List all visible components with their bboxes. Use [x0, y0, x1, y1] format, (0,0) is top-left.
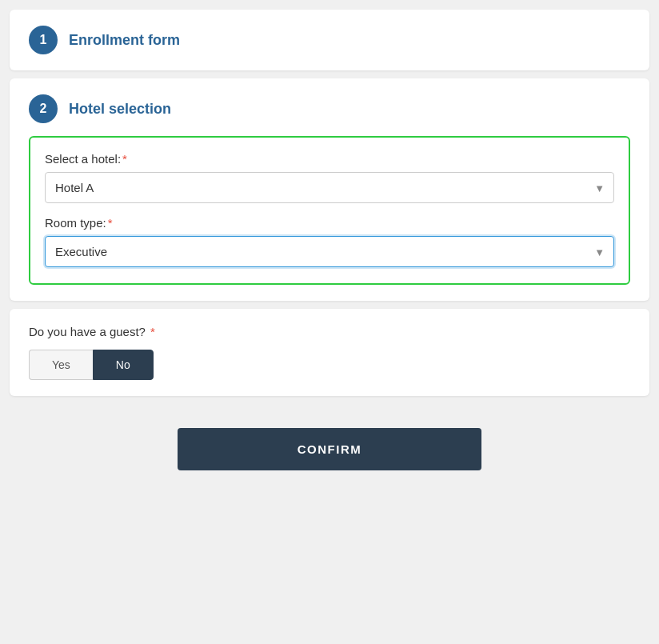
- room-select-wrapper: Executive Standard Suite Deluxe ▼: [45, 236, 614, 267]
- step2-header: 2 Hotel selection: [29, 94, 630, 123]
- step2-title: Hotel selection: [69, 101, 171, 118]
- guest-toggle-group: Yes No: [29, 350, 630, 380]
- hotel-select-wrapper: Hotel A Hotel B Hotel C ▼: [45, 172, 614, 203]
- hotel-field-label: Select a hotel:*: [45, 152, 614, 166]
- guest-yes-button[interactable]: Yes: [29, 350, 93, 380]
- guest-required-star: *: [150, 325, 155, 338]
- step2-card: 2 Hotel selection Select a hotel:* Hotel…: [10, 78, 649, 301]
- guest-no-button[interactable]: No: [93, 350, 154, 380]
- hotel-select[interactable]: Hotel A Hotel B Hotel C: [45, 172, 614, 203]
- room-type-select[interactable]: Executive Standard Suite Deluxe: [45, 236, 614, 267]
- room-required-star: *: [108, 216, 113, 230]
- step1-header: 1 Enrollment form: [29, 26, 630, 54]
- modal-container: 1 Enrollment form 2 Hotel selection Sele…: [0, 0, 659, 644]
- confirm-button[interactable]: CONFIRM: [178, 428, 481, 470]
- guest-section: Do you have a guest? * Yes No: [10, 309, 649, 396]
- hotel-required-star: *: [122, 152, 127, 166]
- step1-badge: 1: [29, 26, 58, 54]
- step2-badge: 2: [29, 94, 58, 123]
- hotel-selection-inner: Select a hotel:* Hotel A Hotel B Hotel C…: [29, 136, 630, 285]
- step1-card: 1 Enrollment form: [10, 10, 649, 70]
- room-field-label: Room type:*: [45, 216, 614, 230]
- guest-label: Do you have a guest? *: [29, 325, 630, 338]
- hotel-field-group: Select a hotel:* Hotel A Hotel B Hotel C…: [45, 152, 614, 203]
- confirm-area: CONFIRM: [10, 404, 649, 486]
- room-field-group: Room type:* Executive Standard Suite Del…: [45, 216, 614, 267]
- step1-title: Enrollment form: [69, 32, 180, 49]
